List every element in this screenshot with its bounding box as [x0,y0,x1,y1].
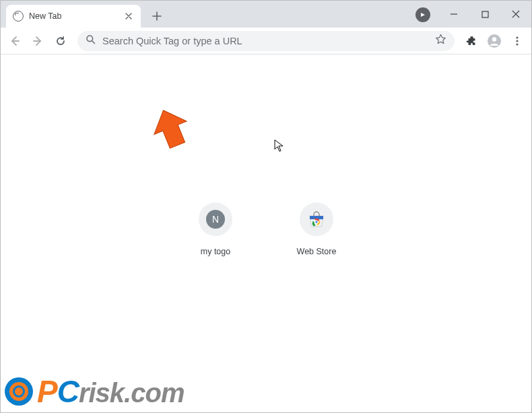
svg-point-13 [315,221,317,223]
svg-point-8 [516,36,518,38]
address-input[interactable] [102,36,428,46]
browser-tab[interactable]: New Tab [6,5,141,28]
annotation-arrow-icon [150,108,191,153]
window-close-button[interactable] [500,1,531,28]
shortcut-web-store[interactable]: Web Store [286,202,347,256]
omnibox[interactable] [77,31,455,51]
media-control-button[interactable] [415,7,430,22]
svg-point-10 [516,43,518,45]
maximize-button[interactable] [469,1,500,28]
tab-title: New Tab [29,11,118,21]
watermark-logo-icon [5,377,33,406]
shortcuts-row: N my togo [185,202,347,256]
tab-strip: New Tab [1,1,531,28]
shortcut-tile-icon [300,202,333,236]
shortcut-label: Web Store [297,247,337,256]
close-tab-button[interactable] [123,11,134,22]
globe-icon [13,11,24,22]
shortcut-my-togo[interactable]: N my togo [185,202,246,256]
watermark-rest: risk.com [79,378,185,408]
new-tab-page: N my togo [1,54,531,412]
svg-point-7 [492,37,496,41]
forward-button[interactable] [28,31,48,51]
watermark-letter: C [57,373,79,410]
browser-window: New Tab [0,0,532,413]
menu-button[interactable] [507,31,527,51]
pcrisk-watermark: P C risk.com [5,373,184,410]
extensions-button[interactable] [461,31,481,51]
reload-button[interactable] [51,31,71,51]
bookmark-star-icon[interactable] [435,34,446,48]
svg-point-9 [516,40,518,42]
toolbar [1,28,531,54]
new-tab-button[interactable] [147,7,166,26]
svg-point-4 [87,36,93,42]
back-button[interactable] [5,31,25,51]
mouse-cursor-icon [274,139,285,155]
svg-rect-1 [482,11,488,17]
svg-line-5 [92,41,95,44]
watermark-letter: P [37,373,57,410]
window-controls [438,1,531,28]
shortcut-label: my togo [201,247,230,256]
profile-button[interactable] [484,31,504,51]
webstore-icon [307,210,326,229]
search-icon [86,34,96,47]
shortcut-tile-icon: N [199,202,232,236]
letter-avatar-icon: N [206,210,225,229]
minimize-button[interactable] [438,1,469,28]
